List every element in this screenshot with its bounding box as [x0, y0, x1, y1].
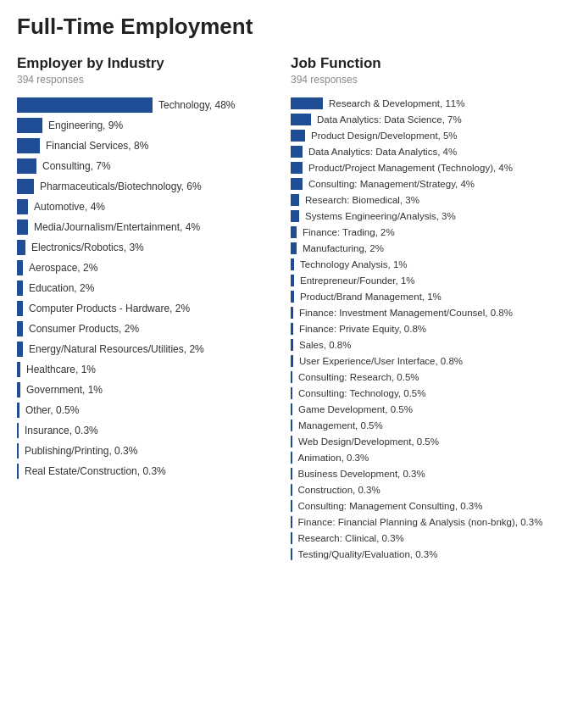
jobfunction-bar-label: Research & Development, 11%: [329, 98, 464, 108]
employer-bar: [17, 382, 20, 397]
employer-bar-item: Insurance, 0.3%: [17, 423, 270, 438]
jobfunction-bar-item: Business Development, 0.3%: [291, 468, 544, 480]
jobfunction-bar: [291, 210, 299, 222]
employer-bar: [17, 301, 23, 316]
jobfunction-bar: [291, 387, 292, 399]
employer-bar-label: Publishing/Printing, 0.3%: [25, 445, 137, 457]
jobfunction-bar-label: Consulting: Management Consulting, 0.3%: [298, 501, 483, 511]
jobfunction-bar-item: User Experience/User Interface, 0.8%: [291, 355, 544, 367]
jobfunction-bar-label: Sales, 0.8%: [299, 340, 351, 350]
jobfunction-bar-label: Systems Engineering/Analysis, 3%: [305, 211, 456, 221]
jobfunction-bar: [291, 403, 292, 415]
employer-bar-label: Healthcare, 1%: [26, 364, 96, 375]
employer-bar-item: Other, 0.5%: [17, 403, 270, 418]
employer-bar-label: Financial Services, 8%: [46, 140, 148, 152]
jobfunction-bar-list: Research & Development, 11% Data Analyti…: [291, 97, 544, 560]
jobfunction-bar-label: Research: Clinical, 0.3%: [298, 533, 404, 543]
jobfunction-bar: [291, 130, 305, 142]
employer-bar: [17, 158, 36, 174]
jobfunction-bar: [291, 97, 323, 109]
jobfunction-bar-item: Data Analytics: Data Analytics, 4%: [291, 146, 544, 158]
employer-subtitle: 394 responses: [17, 74, 270, 86]
jobfunction-bar-item: Research: Clinical, 0.3%: [291, 532, 544, 544]
jobfunction-bar-label: Finance: Private Equity, 0.8%: [299, 324, 426, 334]
employer-bar-item: Pharmaceuticals/Biotechnology, 6%: [17, 179, 270, 194]
job-function-section: Job Function 394 responses Research & De…: [291, 55, 544, 564]
employer-bar-label: Education, 2%: [29, 282, 94, 294]
employer-bar-item: Aerospace, 2%: [17, 260, 270, 275]
employer-bar-label: Engineering, 9%: [48, 119, 123, 131]
jobfunction-bar: [291, 452, 292, 464]
jobfunction-bar-label: Finance: Trading, 2%: [303, 227, 395, 237]
jobfunction-bar-label: Testing/Quality/Evaluation, 0.3%: [298, 549, 438, 559]
jobfunction-bar-item: Finance: Trading, 2%: [291, 226, 544, 238]
jobfunction-bar-item: Consulting: Technology, 0.5%: [291, 387, 544, 399]
employer-bar-label: Automotive, 4%: [34, 201, 105, 213]
jobfunction-bar-label: Consulting: Research, 0.5%: [298, 372, 419, 382]
employer-bar-item: Computer Products - Hardware, 2%: [17, 301, 270, 316]
jobfunction-bar-item: Product Design/Development, 5%: [291, 130, 544, 142]
jobfunction-bar-label: Game Development, 0.5%: [298, 404, 413, 414]
jobfunction-bar: [291, 323, 293, 335]
employer-bar-item: Energy/Natural Resources/Utilities, 2%: [17, 342, 270, 357]
employer-bar: [17, 281, 23, 296]
jobfunction-bar: [291, 146, 303, 158]
employer-bar: [17, 362, 20, 377]
jobfunction-bar-label: Manufacturing, 2%: [303, 243, 384, 253]
jobfunction-bar-label: Research: Biomedical, 3%: [305, 195, 419, 205]
employer-bar-label: Technology, 48%: [158, 99, 236, 111]
jobfunction-bar-item: Manufacturing, 2%: [291, 242, 544, 254]
jobfunction-bar: [291, 291, 294, 303]
jobfunction-bar-item: Consulting: Management/Strategy, 4%: [291, 178, 544, 190]
jobfunction-bar: [291, 258, 294, 270]
jobfunction-bar-item: Construction, 0.3%: [291, 484, 544, 496]
jobfunction-bar-item: Entrepreneur/Founder, 1%: [291, 275, 544, 286]
employer-bar-label: Pharmaceuticals/Biotechnology, 6%: [40, 181, 202, 192]
jobfunction-bar-label: Web Design/Development, 0.5%: [298, 436, 439, 447]
jobfunction-bar-item: Sales, 0.8%: [291, 339, 544, 351]
jobfunction-bar-label: Finance: Financial Planning & Analysis (…: [298, 517, 543, 527]
jobfunction-bar-item: Testing/Quality/Evaluation, 0.3%: [291, 548, 544, 560]
employer-bar-label: Insurance, 0.3%: [25, 425, 98, 436]
employer-bar-item: Government, 1%: [17, 382, 270, 397]
jobfunction-bar-label: Product/Project Management (Technology),…: [308, 163, 513, 173]
jobfunction-bar-item: Game Development, 0.5%: [291, 403, 544, 415]
jobfunction-bar-item: Finance: Financial Planning & Analysis (…: [291, 516, 544, 528]
employer-bar-label: Other, 0.5%: [25, 404, 79, 416]
employer-bar: [17, 240, 25, 255]
jobfunction-bar: [291, 355, 293, 367]
employer-bar-label: Consumer Products, 2%: [29, 323, 139, 335]
jobfunction-bar: [291, 516, 292, 528]
jobfunction-bar: [291, 532, 292, 544]
jobfunction-bar: [291, 242, 297, 254]
jobfunction-bar: [291, 339, 293, 351]
employer-bar: [17, 220, 28, 235]
employer-bar-list: Technology, 48% Engineering, 9% Financia…: [17, 97, 270, 479]
employer-bar-label: Aerospace, 2%: [29, 262, 97, 274]
jobfunction-bar-item: Systems Engineering/Analysis, 3%: [291, 210, 544, 222]
employer-bar-label: Media/Journalism/Entertainment, 4%: [34, 221, 200, 233]
employer-bar: [17, 342, 23, 357]
jobfunction-bar-label: Finance: Investment Management/Counsel, …: [299, 308, 513, 318]
jobfunction-bar: [291, 371, 292, 383]
employer-bar: [17, 443, 19, 458]
employer-bar: [17, 97, 153, 113]
jobfunction-title: Job Function: [291, 55, 544, 72]
employer-bar-item: Consulting, 7%: [17, 158, 270, 174]
employer-industry-section: Employer by Industry 394 responses Techn…: [17, 55, 270, 484]
jobfunction-bar-item: Product/Brand Management, 1%: [291, 291, 544, 303]
employer-bar-item: Engineering, 9%: [17, 118, 270, 133]
jobfunction-bar-item: Management, 0.5%: [291, 420, 544, 431]
employer-bar: [17, 138, 40, 153]
jobfunction-bar-label: Product/Brand Management, 1%: [300, 292, 442, 302]
jobfunction-bar-label: Animation, 0.3%: [298, 453, 369, 463]
jobfunction-bar: [291, 162, 303, 174]
jobfunction-bar: [291, 114, 311, 125]
jobfunction-bar: [291, 275, 294, 286]
jobfunction-bar-label: Data Analytics: Data Science, 7%: [317, 114, 462, 125]
employer-bar-item: Education, 2%: [17, 281, 270, 296]
page-title: Full-Time Employment: [17, 14, 544, 40]
employer-bar: [17, 199, 28, 214]
jobfunction-bar-item: Product/Project Management (Technology),…: [291, 162, 544, 174]
jobfunction-bar: [291, 500, 292, 512]
